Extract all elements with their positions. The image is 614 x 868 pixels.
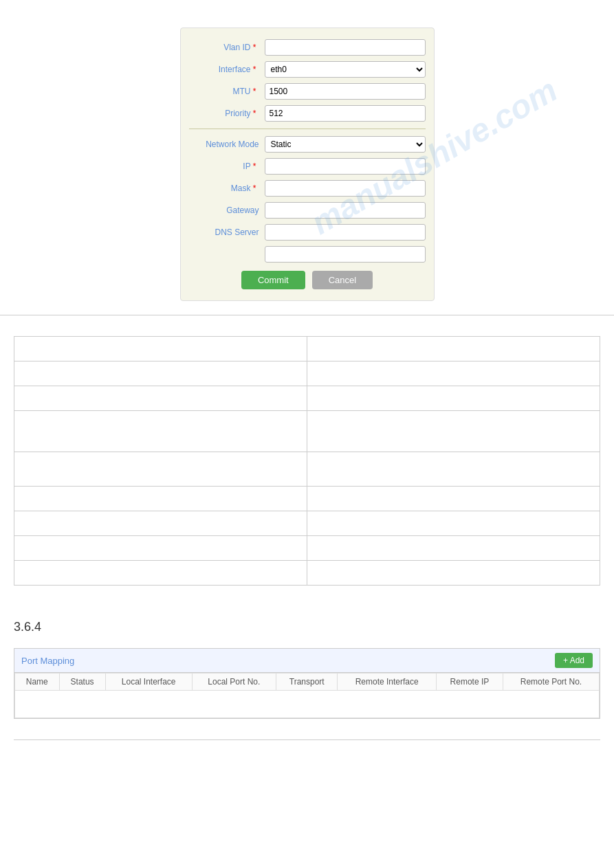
dns-server-extra-input[interactable] [265, 246, 426, 263]
col-remote-ip: Remote IP [436, 674, 503, 691]
table-cell [307, 536, 600, 561]
network-mode-select[interactable]: Static DHCP [265, 136, 426, 153]
table-cell [307, 487, 600, 511]
vlan-id-input[interactable] [265, 39, 426, 56]
vlan-id-label: Vlan ID * [189, 43, 265, 52]
col-name: Name [15, 674, 60, 691]
vlan-id-required: * [253, 43, 256, 52]
table-row [14, 561, 600, 586]
bottom-rule [14, 739, 600, 740]
table-cell [307, 511, 600, 536]
table-cell [307, 411, 600, 452]
vlan-id-row: Vlan ID * [189, 39, 426, 56]
mask-row: Mask * [189, 180, 426, 197]
form-divider [189, 129, 426, 129]
gateway-row: Gateway [189, 202, 426, 219]
table-cell [307, 561, 600, 586]
interface-label: Interface * [189, 65, 265, 74]
table-row [14, 386, 600, 411]
interface-required: * [253, 65, 256, 74]
gateway-input[interactable] [265, 202, 426, 219]
network-mode-label: Network Mode [189, 140, 265, 149]
col-status: Status [59, 674, 105, 691]
ip-required: * [253, 162, 256, 171]
table-cell [14, 511, 307, 536]
port-mapping-title: Port Mapping [21, 656, 74, 666]
col-remote-port-no: Remote Port No. [503, 674, 599, 691]
port-mapping-header: Port Mapping + Add [14, 649, 600, 673]
col-local-interface: Local Interface [105, 674, 192, 691]
form-buttons: Commit Cancel [189, 271, 426, 289]
gateway-label: Gateway [189, 205, 265, 215]
priority-required: * [253, 109, 256, 118]
table-cell [14, 337, 307, 361]
table-cell [307, 452, 600, 487]
mask-required: * [253, 183, 256, 193]
table-section [0, 315, 614, 599]
cancel-button[interactable]: Cancel [312, 271, 373, 289]
table-row [14, 536, 600, 561]
table-cell [14, 411, 307, 452]
table-row [14, 361, 600, 386]
interface-select[interactable]: eth0 eth1 [265, 61, 426, 78]
ip-input[interactable] [265, 158, 426, 175]
table-cell [14, 536, 307, 561]
mtu-input[interactable] [265, 83, 426, 100]
port-mapping-section: Port Mapping + Add Name Status Local Int… [14, 648, 600, 719]
table-cell [307, 361, 600, 386]
priority-input[interactable] [265, 105, 426, 122]
col-local-port-no: Local Port No. [192, 674, 276, 691]
table-cell [307, 386, 600, 411]
dns-server-label: DNS Server [189, 227, 265, 237]
ip-row: IP * [189, 158, 426, 175]
table-cell [14, 452, 307, 487]
col-transport: Transport [276, 674, 338, 691]
priority-label: Priority * [189, 109, 265, 118]
table-row [14, 411, 600, 452]
mask-input[interactable] [265, 180, 426, 197]
mtu-row: MTU * [189, 83, 426, 100]
table-cell [307, 337, 600, 361]
table-row [14, 511, 600, 536]
table-cell [14, 487, 307, 511]
port-mapping-empty-row [15, 691, 600, 718]
dns-server-input[interactable] [265, 224, 426, 241]
section-heading: 3.6.4 [14, 620, 600, 634]
table-row [14, 337, 600, 361]
commit-button[interactable]: Commit [241, 271, 305, 289]
table-cell [14, 561, 307, 586]
top-section: Vlan ID * Interface * eth0 eth1 MTU * [0, 0, 614, 315]
vlan-form-card: Vlan ID * Interface * eth0 eth1 MTU * [180, 27, 435, 301]
mtu-required: * [253, 87, 256, 96]
priority-row: Priority * [189, 105, 426, 122]
dns-server-extra-row [189, 246, 426, 263]
data-table [14, 336, 600, 586]
mtu-label: MTU * [189, 87, 265, 96]
network-mode-row: Network Mode Static DHCP [189, 136, 426, 153]
table-cell [14, 361, 307, 386]
port-mapping-table: Name Status Local Interface Local Port N… [14, 673, 600, 718]
interface-row: Interface * eth0 eth1 [189, 61, 426, 78]
ip-label: IP * [189, 162, 265, 171]
mask-label: Mask * [189, 183, 265, 193]
col-remote-interface: Remote Interface [338, 674, 437, 691]
dns-server-row: DNS Server [189, 224, 426, 241]
table-cell [14, 386, 307, 411]
port-mapping-header-row: Name Status Local Interface Local Port N… [15, 674, 600, 691]
add-button[interactable]: + Add [555, 653, 593, 668]
table-row [14, 452, 600, 487]
table-row [14, 487, 600, 511]
